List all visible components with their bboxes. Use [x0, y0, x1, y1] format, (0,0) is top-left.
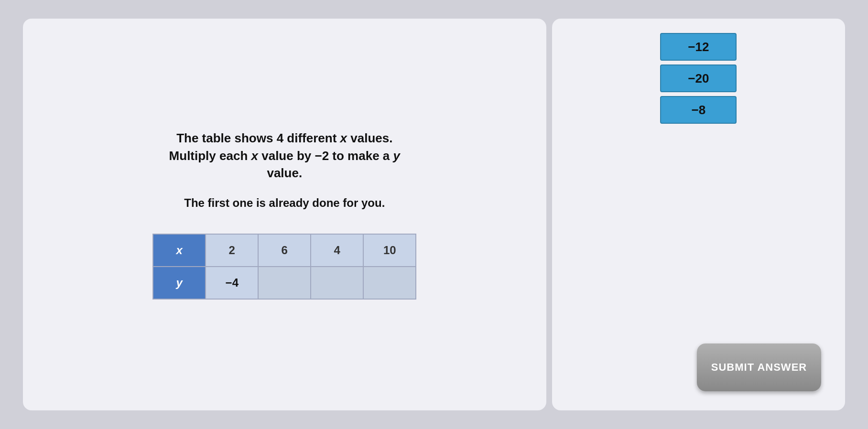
table-header-y: y: [153, 267, 206, 299]
table-x-val-1: 2: [206, 234, 258, 267]
question-text: The table shows 4 different x values. Mu…: [169, 129, 400, 182]
table-y-given: −4: [206, 267, 258, 299]
answer-tile-1[interactable]: −12: [660, 33, 737, 61]
table-x-val-2: 6: [258, 234, 311, 267]
submit-answer-button[interactable]: SUBMIT ANSWER: [697, 343, 821, 391]
question-panel: The table shows 4 different x values. Mu…: [23, 19, 546, 410]
answer-panel: −12 −20 −8 SUBMIT ANSWER: [552, 19, 845, 410]
table-x-val-4: 10: [363, 234, 416, 267]
table-header-x: x: [153, 234, 206, 267]
table-y-empty-2[interactable]: [311, 267, 363, 299]
answer-tile-3[interactable]: −8: [660, 96, 737, 124]
table-y-empty-3[interactable]: [363, 267, 416, 299]
subtitle-text: The first one is already done for you.: [184, 196, 385, 210]
table-y-empty-1[interactable]: [258, 267, 311, 299]
answer-tile-2[interactable]: −20: [660, 64, 737, 92]
data-table: x 2 6 4 10 y −4: [152, 234, 416, 300]
table-x-val-3: 4: [311, 234, 363, 267]
